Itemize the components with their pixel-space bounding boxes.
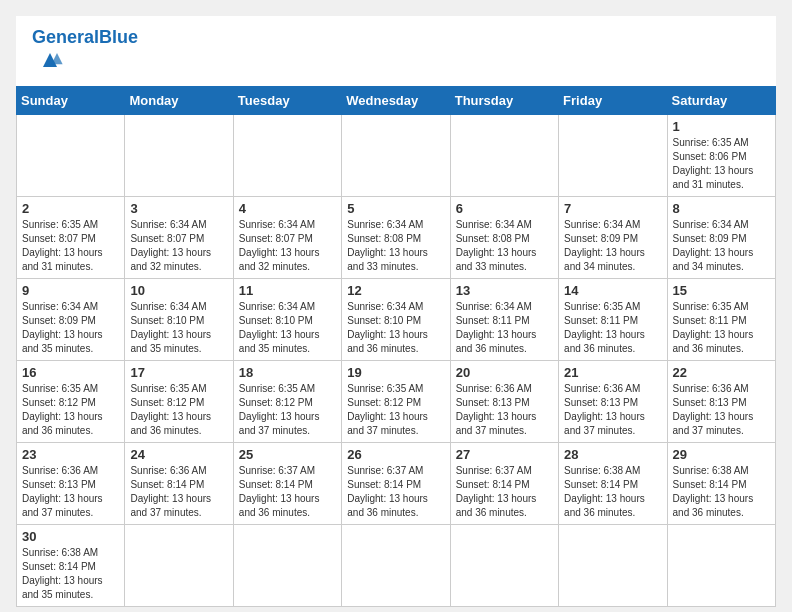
day-info: Sunrise: 6:38 AMSunset: 8:14 PMDaylight:… [673, 464, 770, 520]
calendar-cell [17, 115, 125, 197]
day-number: 11 [239, 283, 336, 298]
calendar-cell: 8Sunrise: 6:34 AMSunset: 8:09 PMDaylight… [667, 197, 775, 279]
day-info: Sunrise: 6:34 AMSunset: 8:10 PMDaylight:… [347, 300, 444, 356]
day-info: Sunrise: 6:34 AMSunset: 8:07 PMDaylight:… [239, 218, 336, 274]
day-info: Sunrise: 6:36 AMSunset: 8:13 PMDaylight:… [564, 382, 661, 438]
day-number: 22 [673, 365, 770, 380]
day-info: Sunrise: 6:34 AMSunset: 8:08 PMDaylight:… [347, 218, 444, 274]
calendar-cell: 30Sunrise: 6:38 AMSunset: 8:14 PMDayligh… [17, 525, 125, 607]
calendar-cell: 9Sunrise: 6:34 AMSunset: 8:09 PMDaylight… [17, 279, 125, 361]
calendar-cell: 11Sunrise: 6:34 AMSunset: 8:10 PMDayligh… [233, 279, 341, 361]
day-info: Sunrise: 6:36 AMSunset: 8:13 PMDaylight:… [22, 464, 119, 520]
calendar-cell: 28Sunrise: 6:38 AMSunset: 8:14 PMDayligh… [559, 443, 667, 525]
calendar-cell [559, 525, 667, 607]
calendar-cell: 6Sunrise: 6:34 AMSunset: 8:08 PMDaylight… [450, 197, 558, 279]
calendar-header-tuesday: Tuesday [233, 87, 341, 115]
day-number: 13 [456, 283, 553, 298]
day-info: Sunrise: 6:34 AMSunset: 8:07 PMDaylight:… [130, 218, 227, 274]
day-info: Sunrise: 6:37 AMSunset: 8:14 PMDaylight:… [239, 464, 336, 520]
day-info: Sunrise: 6:36 AMSunset: 8:13 PMDaylight:… [673, 382, 770, 438]
day-info: Sunrise: 6:35 AMSunset: 8:12 PMDaylight:… [347, 382, 444, 438]
day-number: 4 [239, 201, 336, 216]
day-number: 2 [22, 201, 119, 216]
day-number: 8 [673, 201, 770, 216]
day-number: 1 [673, 119, 770, 134]
day-number: 27 [456, 447, 553, 462]
calendar-cell: 1Sunrise: 6:35 AMSunset: 8:06 PMDaylight… [667, 115, 775, 197]
calendar-cell: 4Sunrise: 6:34 AMSunset: 8:07 PMDaylight… [233, 197, 341, 279]
logo-general: General [32, 27, 99, 47]
calendar-cell: 22Sunrise: 6:36 AMSunset: 8:13 PMDayligh… [667, 361, 775, 443]
day-number: 6 [456, 201, 553, 216]
day-number: 25 [239, 447, 336, 462]
day-number: 21 [564, 365, 661, 380]
day-info: Sunrise: 6:35 AMSunset: 8:12 PMDaylight:… [239, 382, 336, 438]
logo-text: GeneralBlue [32, 28, 138, 46]
day-number: 12 [347, 283, 444, 298]
day-info: Sunrise: 6:34 AMSunset: 8:11 PMDaylight:… [456, 300, 553, 356]
calendar-cell: 2Sunrise: 6:35 AMSunset: 8:07 PMDaylight… [17, 197, 125, 279]
logo-icon [36, 46, 64, 74]
day-number: 15 [673, 283, 770, 298]
calendar-cell: 18Sunrise: 6:35 AMSunset: 8:12 PMDayligh… [233, 361, 341, 443]
day-info: Sunrise: 6:35 AMSunset: 8:12 PMDaylight:… [22, 382, 119, 438]
calendar-header-row: SundayMondayTuesdayWednesdayThursdayFrid… [17, 87, 776, 115]
calendar-cell [342, 525, 450, 607]
calendar-cell: 5Sunrise: 6:34 AMSunset: 8:08 PMDaylight… [342, 197, 450, 279]
day-number: 24 [130, 447, 227, 462]
day-number: 28 [564, 447, 661, 462]
day-info: Sunrise: 6:37 AMSunset: 8:14 PMDaylight:… [456, 464, 553, 520]
day-info: Sunrise: 6:35 AMSunset: 8:11 PMDaylight:… [564, 300, 661, 356]
logo: GeneralBlue [32, 28, 138, 78]
svg-marker-1 [51, 53, 62, 64]
calendar-week-4: 16Sunrise: 6:35 AMSunset: 8:12 PMDayligh… [17, 361, 776, 443]
calendar-cell [450, 525, 558, 607]
calendar-week-5: 23Sunrise: 6:36 AMSunset: 8:13 PMDayligh… [17, 443, 776, 525]
calendar-week-6: 30Sunrise: 6:38 AMSunset: 8:14 PMDayligh… [17, 525, 776, 607]
day-info: Sunrise: 6:34 AMSunset: 8:09 PMDaylight:… [22, 300, 119, 356]
calendar-header-monday: Monday [125, 87, 233, 115]
calendar-cell: 15Sunrise: 6:35 AMSunset: 8:11 PMDayligh… [667, 279, 775, 361]
day-info: Sunrise: 6:36 AMSunset: 8:13 PMDaylight:… [456, 382, 553, 438]
day-number: 7 [564, 201, 661, 216]
calendar-cell [450, 115, 558, 197]
calendar-cell: 17Sunrise: 6:35 AMSunset: 8:12 PMDayligh… [125, 361, 233, 443]
calendar-cell: 20Sunrise: 6:36 AMSunset: 8:13 PMDayligh… [450, 361, 558, 443]
day-number: 23 [22, 447, 119, 462]
logo-blue: Blue [99, 27, 138, 47]
calendar-cell [233, 525, 341, 607]
calendar-header-friday: Friday [559, 87, 667, 115]
calendar-cell: 19Sunrise: 6:35 AMSunset: 8:12 PMDayligh… [342, 361, 450, 443]
calendar-cell: 7Sunrise: 6:34 AMSunset: 8:09 PMDaylight… [559, 197, 667, 279]
day-number: 3 [130, 201, 227, 216]
day-info: Sunrise: 6:34 AMSunset: 8:10 PMDaylight:… [130, 300, 227, 356]
calendar-cell: 27Sunrise: 6:37 AMSunset: 8:14 PMDayligh… [450, 443, 558, 525]
calendar-cell: 14Sunrise: 6:35 AMSunset: 8:11 PMDayligh… [559, 279, 667, 361]
calendar-cell: 21Sunrise: 6:36 AMSunset: 8:13 PMDayligh… [559, 361, 667, 443]
day-number: 10 [130, 283, 227, 298]
calendar-cell: 25Sunrise: 6:37 AMSunset: 8:14 PMDayligh… [233, 443, 341, 525]
calendar-header-wednesday: Wednesday [342, 87, 450, 115]
calendar-cell [125, 525, 233, 607]
day-info: Sunrise: 6:34 AMSunset: 8:08 PMDaylight:… [456, 218, 553, 274]
day-number: 9 [22, 283, 119, 298]
calendar-week-1: 1Sunrise: 6:35 AMSunset: 8:06 PMDaylight… [17, 115, 776, 197]
calendar-cell: 10Sunrise: 6:34 AMSunset: 8:10 PMDayligh… [125, 279, 233, 361]
day-info: Sunrise: 6:34 AMSunset: 8:10 PMDaylight:… [239, 300, 336, 356]
day-info: Sunrise: 6:35 AMSunset: 8:12 PMDaylight:… [130, 382, 227, 438]
day-info: Sunrise: 6:34 AMSunset: 8:09 PMDaylight:… [564, 218, 661, 274]
calendar-cell: 16Sunrise: 6:35 AMSunset: 8:12 PMDayligh… [17, 361, 125, 443]
calendar-cell [125, 115, 233, 197]
day-number: 19 [347, 365, 444, 380]
calendar-cell: 24Sunrise: 6:36 AMSunset: 8:14 PMDayligh… [125, 443, 233, 525]
day-number: 30 [22, 529, 119, 544]
calendar-cell: 29Sunrise: 6:38 AMSunset: 8:14 PMDayligh… [667, 443, 775, 525]
calendar-cell: 13Sunrise: 6:34 AMSunset: 8:11 PMDayligh… [450, 279, 558, 361]
page: GeneralBlue SundayMondayTuesdayWednesday… [16, 16, 776, 607]
day-number: 17 [130, 365, 227, 380]
day-info: Sunrise: 6:37 AMSunset: 8:14 PMDaylight:… [347, 464, 444, 520]
calendar-cell [233, 115, 341, 197]
day-number: 16 [22, 365, 119, 380]
day-info: Sunrise: 6:34 AMSunset: 8:09 PMDaylight:… [673, 218, 770, 274]
calendar-cell: 26Sunrise: 6:37 AMSunset: 8:14 PMDayligh… [342, 443, 450, 525]
